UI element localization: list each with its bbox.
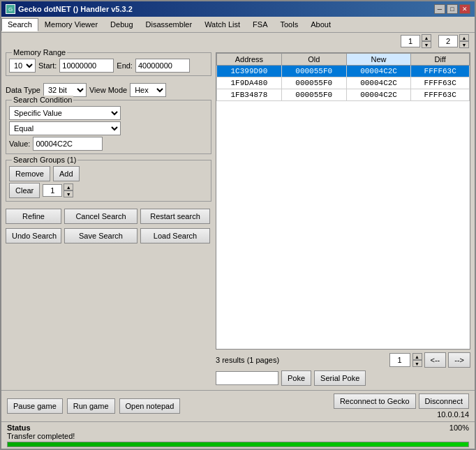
poke-row: Poke Serial Poke [216,370,470,386]
spinner-1-input[interactable] [401,35,420,47]
tab-watch-list[interactable]: Watch List [198,18,246,31]
serial-poke-button[interactable]: Serial Poke [314,370,366,386]
condition-op-select[interactable]: Equal Not Equal Greater Than Less Than [9,121,121,135]
group-num-input[interactable] [43,184,62,197]
spinner-2-down[interactable]: ▼ [459,41,469,48]
status-text: Transfer completed! [7,432,469,440]
page-up[interactable]: ▲ [412,353,422,360]
table-row[interactable]: 1FB34878 000055F0 00004C2C FFFF63C [217,89,470,101]
spinner-2-up[interactable]: ▲ [459,34,469,41]
poke-input[interactable] [216,371,278,385]
main-window: G Gecko dotNET () Handler v5.3.2 ─ □ ✕ S… [0,0,476,450]
search-groups-box: Search Groups (1) Remove Add Clear ▲ ▼ [6,160,211,202]
tab-about[interactable]: About [304,18,337,31]
status-row: Status 100% [7,423,469,432]
end-input[interactable] [135,59,190,73]
page-input[interactable] [389,353,410,367]
cell-address: 1FB34878 [217,89,282,101]
value-row: Value: [9,137,208,151]
title-bar-left: G Gecko dotNET () Handler v5.3.2 [6,4,133,14]
results-info: 3 results (1 pages) [216,356,279,364]
spinner-1-down[interactable]: ▼ [422,41,431,48]
reconnect-row: Reconnect to Gecko Disconnect [334,393,469,409]
group-num-arrows: ▲ ▼ [64,183,73,197]
col-new: New [346,54,411,66]
tab-memory-viewer[interactable]: Memory Viewer [38,18,104,31]
cell-old: 000055F0 [281,77,346,89]
groups-btn-row: Remove Add [9,166,208,181]
memory-range-row: 10 Start: End: [9,59,208,73]
poke-button[interactable]: Poke [281,370,311,386]
cell-address: 1F9DA480 [217,77,282,89]
table-row[interactable]: 1C399D90 000055F0 00004C2C FFFF63C [217,66,470,77]
save-search-button[interactable]: Save Search [64,228,137,243]
tab-bar: Search Memory Viewer Debug Disassembler … [1,17,475,33]
disconnect-button[interactable]: Disconnect [419,393,469,409]
pause-game-button[interactable]: Pause game [7,398,63,414]
condition-op-row: Equal Not Equal Greater Than Less Than [9,121,208,135]
pagination-row: 3 results (1 pages) ▲ ▼ <-- --> [216,352,470,368]
minimize-button[interactable]: ─ [434,4,445,14]
progress-percent: 100% [449,423,469,432]
progress-bar-container [7,442,469,447]
condition-type-select[interactable]: Specific Value Unknown Value Changed Val… [9,106,121,120]
tab-search[interactable]: Search [1,18,38,31]
value-input[interactable] [33,137,103,151]
refine-button[interactable]: Refine [6,209,61,224]
restore-button[interactable]: □ [447,4,458,14]
run-game-button[interactable]: Run game [67,398,115,414]
value-label: Value: [9,140,30,148]
close-button[interactable]: ✕ [459,4,470,14]
results-table-container[interactable]: Address Old New Diff 1C399D90 000055F0 0… [216,52,470,350]
cell-new: 00004C2C [346,66,411,77]
cell-address: 1C399D90 [217,66,282,77]
table-row[interactable]: 1F9DA480 000055F0 00004C2C FFFF63C [217,77,470,89]
viewmode-label: View Mode [89,86,127,94]
window-title: Gecko dotNET () Handler v5.3.2 [18,5,133,13]
add-button[interactable]: Add [53,166,80,181]
nav-back-button[interactable]: <-- [424,352,447,368]
nav-right: ▲ ▼ <-- --> [389,352,471,368]
restart-search-button[interactable]: Restart search [140,209,210,224]
start-label: Start: [38,61,57,70]
undo-search-button[interactable]: Undo Search [6,228,61,243]
nav-fwd-button[interactable]: --> [448,352,470,368]
tab-tools[interactable]: Tools [274,18,305,31]
group-num-spinner: ▲ ▼ [43,183,73,197]
datatype-select[interactable]: 32 bit 8 bit 16 bit 64 bit [43,83,87,97]
tab-fsa[interactable]: FSA [246,18,274,31]
memory-offset-select[interactable]: 10 [9,59,36,73]
cancel-search-button[interactable]: Cancel Search [64,209,137,224]
group-num-down[interactable]: ▼ [64,190,73,197]
cell-old: 000055F0 [281,89,346,101]
tab-disassembler[interactable]: Disassembler [140,18,199,31]
col-diff: Diff [411,54,470,66]
search-groups-label: Search Groups (1) [12,156,77,164]
search-condition-label: Search Condition [12,96,73,104]
tab-debug[interactable]: Debug [104,18,139,31]
load-search-button[interactable]: Load Search [140,228,210,243]
clear-button[interactable]: Clear [9,183,40,198]
spinner-1-up[interactable]: ▲ [422,34,431,41]
group-num-up[interactable]: ▲ [64,183,73,190]
memory-range-label: Memory Range [12,48,67,57]
spinner-2-input[interactable] [438,35,458,47]
remove-button[interactable]: Remove [9,166,50,181]
content-area: Memory Range 10 Start: End: Data Type 32… [1,48,475,390]
viewmode-select[interactable]: Hex Decimal Binary [130,83,166,97]
cell-old: 000055F0 [281,66,346,77]
spinner-2-group: ▲ ▼ [438,34,469,48]
spinner-1-group: ▲ ▼ [401,34,431,48]
reconnect-button[interactable]: Reconnect to Gecko [334,393,416,409]
search-condition-box: Search Condition Specific Value Unknown … [6,100,211,154]
groups-clear-row: Clear ▲ ▼ [9,183,208,198]
action-row-1: Refine Cancel Search Restart search [6,209,211,224]
spinner-1-arrows: ▲ ▼ [422,34,431,48]
bottom-bar: Pause game Run game Open notepad Reconne… [1,390,475,421]
left-panel: Memory Range 10 Start: End: Data Type 32… [6,52,211,386]
page-down[interactable]: ▼ [412,360,422,367]
open-notepad-button[interactable]: Open notepad [119,398,181,414]
start-input[interactable] [59,59,114,73]
end-label: End: [117,61,133,70]
cell-diff: FFFF63C [411,89,470,101]
